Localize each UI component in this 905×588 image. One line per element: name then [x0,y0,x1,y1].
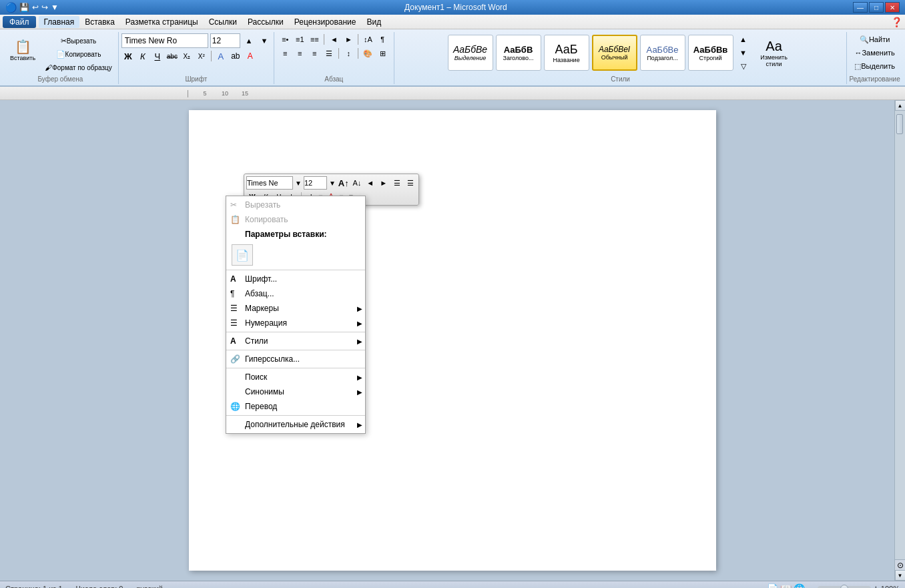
maximize-button[interactable]: □ [869,2,884,13]
mini-indent-dec[interactable]: ◄ [364,177,376,189]
style-heading[interactable]: АаБбВ Заголово... [496,35,541,71]
style-title[interactable]: АаБ Название [544,35,589,71]
ctx-paragraph[interactable]: ¶ Абзац... [226,286,365,301]
mini-toolbar-row1: ▼ ▼ A↑ A↓ ◄ ► ☰ ☰ [246,176,416,190]
style-subtitle[interactable]: АаБбВе Подзагол... [640,35,685,71]
zoom-out-button[interactable]: − [810,584,815,589]
font-size-increase[interactable]: ▲ [242,35,256,47]
paste-button[interactable]: 📋 Вставить [5,33,40,67]
borders-button[interactable]: ⊞ [376,47,389,59]
document-page[interactable]: ▼ ▼ A↑ A↓ ◄ ► ☰ ☰ Ж К Ч abc [189,110,716,571]
ctx-numbering[interactable]: ☰ Нумерация ▶ [226,316,365,330]
mini-grow-font[interactable]: A↑ [338,177,350,189]
ctx-synonyms[interactable]: Синонимы ▶ [226,384,365,399]
ctx-copy[interactable]: 📋 Копировать [226,212,365,227]
scroll-track[interactable] [895,111,906,559]
menu-file[interactable]: Файл [3,16,36,28]
styles-scroll-up[interactable]: ▲ [737,33,750,45]
highlight-button[interactable]: ab [229,50,242,62]
menu-review[interactable]: Рецензирование [289,16,362,28]
ctx-styles[interactable]: A Стили ▶ [226,334,365,348]
close-button[interactable]: ✕ [885,2,900,13]
menu-insert[interactable]: Вставка [79,16,120,28]
ctx-font[interactable]: A Шрифт... [226,272,365,286]
font-size-input[interactable] [210,33,240,48]
paragraph-group: ≡• ≡1 ≡≡ ◄ ► ↕A ¶ ≡ ≡ ≡ ☰ ↕ [274,32,394,84]
mini-shrink-font[interactable]: A↓ [351,177,363,189]
scroll-thumb[interactable] [896,114,903,134]
text-effects-button[interactable]: A [214,50,228,62]
ctx-paste-default[interactable]: 📄 [232,244,253,266]
style-normal[interactable]: АаБбВеI Обычный [592,35,637,71]
change-styles-button[interactable]: Аа Изменить стили [754,35,794,71]
mini-align[interactable]: ☰ [391,177,403,189]
minimize-button[interactable]: — [853,2,868,13]
quick-access-redo[interactable]: ↪ [41,3,48,12]
align-right[interactable]: ≡ [308,47,321,59]
italic-button[interactable]: К [136,50,149,62]
quick-access-undo[interactable]: ↩ [32,3,39,12]
menu-home[interactable]: Главная [39,16,80,28]
copy-button[interactable]: 📄 Копировать [41,48,115,60]
bold-button[interactable]: Ж [121,50,135,62]
styles-scroll-down[interactable]: ▼ [737,47,750,59]
cut-button[interactable]: ✂ Вырезать [41,35,115,47]
align-justify[interactable]: ☰ [322,47,336,59]
ctx-paste-icons: 📄 [226,242,365,268]
help-icon[interactable]: ❓ [891,17,902,27]
sort-button[interactable]: ↕A [361,33,374,45]
indent-decrease[interactable]: ◄ [327,33,340,45]
style-highlight[interactable]: АаБбВе Выделение [448,35,493,71]
ctx-additional[interactable]: Дополнительные действия ▶ [226,417,365,432]
view-web-icon[interactable]: 🌐 [794,583,805,589]
subscript-button[interactable]: X₂ [180,50,194,62]
font-group-label: Шрифт [119,75,274,83]
font-size-decrease[interactable]: ▼ [258,35,271,47]
format-painter-button[interactable]: 🖌 Формат по образцу [41,61,115,73]
zoom-thumb[interactable] [840,585,848,589]
font-color-button[interactable]: A [244,50,257,62]
ctx-sep1 [226,270,365,270]
shading-button[interactable]: 🎨 [361,47,374,59]
strikethrough-button[interactable]: abc [166,50,179,62]
ctx-translate[interactable]: 🌐 Перевод [226,399,365,414]
menu-mailings[interactable]: Рассылки [242,16,289,28]
ctx-sep4 [226,368,365,368]
superscript-button[interactable]: X² [195,50,208,62]
select-browse-object[interactable]: ⊙ [895,559,906,570]
menu-references[interactable]: Ссылки [204,16,242,28]
menu-page-layout[interactable]: Разметка страницы [120,16,204,28]
ctx-cut[interactable]: ✂ Вырезать [226,198,365,212]
line-spacing-button[interactable]: ↕ [342,47,355,59]
multilevel-button[interactable]: ≡≡ [308,33,321,45]
zoom-in-button[interactable]: + [874,584,878,589]
ctx-search[interactable]: Поиск ▶ [226,370,365,384]
menu-view[interactable]: Вид [361,16,386,28]
numbering-button[interactable]: ≡1 [293,33,306,45]
indent-increase[interactable]: ► [342,33,355,45]
ctx-hyperlink[interactable]: 🔗 Гиперссылка... [226,352,365,366]
align-left[interactable]: ≡ [278,47,292,59]
styles-more[interactable]: ▽ [737,60,750,72]
view-print-icon[interactable]: 📄 [767,583,778,589]
view-full-read-icon[interactable]: 📖 [780,583,792,589]
mini-font-input[interactable] [246,176,293,190]
quick-access-menu[interactable]: ▼ [51,3,59,12]
paragraph-marks-button[interactable]: ¶ [376,33,389,45]
underline-button[interactable]: Ч [151,50,164,62]
bullets-button[interactable]: ≡• [278,33,292,45]
style-strong[interactable]: АаБбВв Строгий [688,35,733,71]
ctx-bullets[interactable]: ☰ Маркеры ▶ [226,301,365,316]
select-button[interactable]: ⬚ Выделить [850,60,900,72]
align-center[interactable]: ≡ [293,47,306,59]
mini-align2[interactable]: ☰ [404,177,416,189]
scroll-down-button[interactable]: ▼ [895,570,906,581]
quick-access-save[interactable]: 💾 [19,3,29,12]
mini-indent-inc[interactable]: ► [378,177,390,189]
find-button[interactable]: 🔍 Найти [850,33,900,45]
font-name-input[interactable] [121,33,208,48]
scroll-up-button[interactable]: ▲ [895,100,906,111]
zoom-slider[interactable] [818,586,871,589]
replace-button[interactable]: ↔ Заменить [850,47,900,59]
mini-size-input[interactable] [304,176,327,190]
